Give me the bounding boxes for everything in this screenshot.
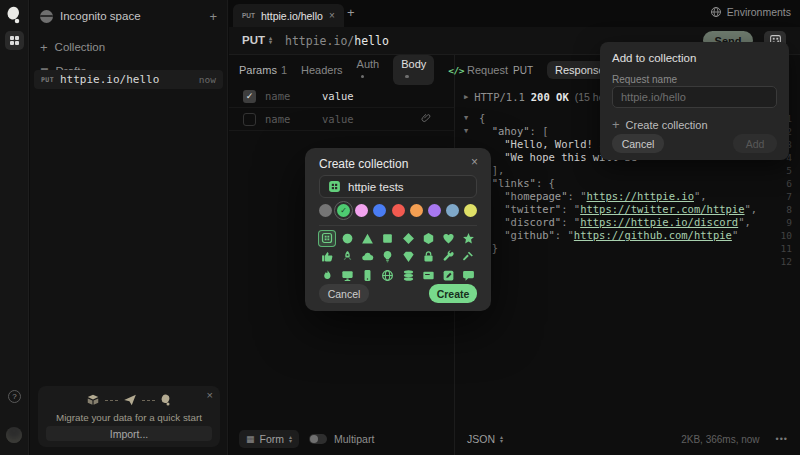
tab-request[interactable]: RequestPUT — [467, 64, 533, 76]
globe-icon[interactable] — [381, 269, 394, 282]
multipart-toggle[interactable]: Multipart — [309, 433, 374, 445]
url-input[interactable]: httpie.io/hello — [285, 34, 389, 48]
body-field-row: ✓ name value — [229, 85, 454, 108]
edit-icon[interactable] — [442, 269, 455, 282]
hexagon-icon[interactable] — [422, 232, 435, 245]
new-tab-plus-icon[interactable]: + — [209, 9, 217, 24]
color-swatch[interactable] — [446, 204, 459, 217]
request-name-input[interactable]: httpie.io/hello — [612, 86, 777, 108]
request-name-label: Request name — [612, 74, 677, 85]
popover-cancel-button[interactable]: Cancel — [612, 134, 664, 153]
migrate-illustration — [38, 393, 220, 407]
account-avatar[interactable] — [6, 427, 22, 443]
modal-create-button[interactable]: Create — [429, 284, 477, 303]
tab-params[interactable]: Params1 — [239, 64, 287, 76]
tab-title: httpie.io/hello — [261, 10, 323, 22]
field-checkbox-unchecked[interactable] — [243, 113, 256, 126]
code-token: : " — [568, 190, 587, 202]
flame-icon[interactable] — [321, 269, 334, 282]
code-token: "ahoy" — [479, 125, 530, 137]
hammer-icon[interactable] — [462, 250, 475, 263]
heart-icon[interactable] — [442, 232, 455, 245]
request-method-badge: PUT — [513, 65, 533, 76]
collapse-chevron-icon[interactable]: ▼ — [464, 125, 468, 138]
code-token: "twitter" — [479, 203, 561, 215]
draft-request-item[interactable]: PUT httpie.io/hello now — [34, 70, 223, 89]
star-icon[interactable] — [462, 232, 475, 245]
code-token: : { — [536, 177, 555, 189]
code-token: : " — [561, 216, 580, 228]
triangle-icon[interactable] — [361, 232, 374, 245]
field-value-input[interactable]: value — [322, 113, 354, 125]
help-button[interactable]: ? — [8, 390, 21, 403]
url-path: hello — [354, 34, 389, 48]
format-select[interactable]: JSON ▴▾ — [467, 433, 503, 445]
cloud-icon[interactable] — [361, 250, 374, 263]
field-name-input[interactable]: name — [265, 113, 290, 125]
more-menu-icon[interactable]: ••• — [776, 434, 788, 444]
field-checkbox-checked[interactable]: ✓ — [243, 90, 256, 103]
speech-bubble-icon[interactable] — [462, 269, 475, 282]
modal-cancel-button[interactable]: Cancel — [319, 284, 369, 303]
attach-file-icon[interactable] — [420, 110, 432, 128]
body-type-value: Form — [260, 433, 285, 445]
tab-auth[interactable]: Auth — [357, 58, 380, 82]
code-token: : " — [561, 203, 580, 215]
method-select[interactable]: PUT ▴▾ — [242, 34, 272, 46]
sidebar: Incognito space + + Collection ▦ Drafts … — [30, 0, 228, 455]
import-button[interactable]: Import... — [46, 426, 212, 441]
color-swatch[interactable] — [373, 204, 386, 217]
method-value: PUT — [242, 34, 265, 46]
lock-icon[interactable] — [422, 250, 435, 263]
lightbulb-icon[interactable] — [381, 250, 394, 263]
diamond-icon[interactable] — [402, 232, 415, 245]
code-line: "github": "https://github.com/httpie"10 — [464, 229, 796, 242]
form-grid-icon: ▦ — [246, 434, 255, 444]
rocket-icon[interactable] — [341, 250, 354, 263]
mail-icon[interactable] — [422, 269, 435, 282]
tab-request-label: Request — [467, 64, 508, 76]
new-collection-button[interactable]: + Collection — [30, 36, 227, 58]
color-swatch[interactable] — [355, 204, 368, 217]
collection-icon-grid — [317, 229, 479, 285]
tab-headers[interactable]: Headers — [301, 64, 343, 76]
request-tab[interactable]: PUT httpie.io/hello × — [233, 4, 344, 27]
tab-body[interactable]: Body — [393, 55, 434, 85]
popover-create-collection-button[interactable]: + Create collection — [612, 117, 708, 132]
database-icon[interactable] — [402, 269, 415, 282]
tab-params-label: Params — [239, 64, 277, 76]
popover-add-button-disabled[interactable]: Add — [733, 134, 777, 153]
field-value-input[interactable]: value — [322, 90, 354, 102]
color-swatch[interactable] — [392, 204, 405, 217]
monitor-icon[interactable] — [341, 269, 354, 282]
gem-icon[interactable] — [402, 250, 415, 263]
tab-strip: PUT httpie.io/hello × + Environments — [229, 0, 800, 27]
tab-method-badge: PUT — [242, 12, 255, 19]
wrench-icon[interactable] — [442, 250, 455, 263]
environments-button[interactable]: Environments — [710, 6, 791, 18]
collection-grid-icon-selected[interactable] — [318, 230, 336, 247]
circle-icon[interactable] — [341, 232, 354, 245]
thumbs-up-icon[interactable] — [321, 250, 334, 263]
space-header[interactable]: Incognito space + — [30, 3, 227, 29]
color-swatch-selected[interactable] — [337, 204, 350, 217]
dashed-connector — [105, 400, 118, 401]
close-icon[interactable]: × — [471, 155, 478, 169]
new-tab-button[interactable]: + — [347, 5, 355, 20]
color-swatch[interactable] — [410, 204, 423, 217]
field-name-input[interactable]: name — [265, 90, 290, 102]
collapse-chevron-icon[interactable]: ▼ — [464, 112, 468, 125]
mobile-icon[interactable] — [361, 269, 374, 282]
color-swatch[interactable] — [464, 204, 477, 217]
color-swatch[interactable] — [319, 204, 332, 217]
body-type-select[interactable]: ▦ Form ▴▾ — [239, 430, 299, 448]
collection-name-input[interactable]: httpie tests — [319, 175, 477, 198]
code-token: "homepage" — [479, 190, 568, 202]
response-meta: 2KB, 366ms, now — [681, 434, 759, 445]
spaces-grid-button[interactable] — [5, 31, 24, 50]
close-tab-icon[interactable]: × — [329, 10, 335, 21]
globe-icon — [710, 6, 722, 18]
color-swatch[interactable] — [428, 204, 441, 217]
code-line: "links": {6 — [464, 177, 796, 190]
square-icon[interactable] — [381, 232, 394, 245]
